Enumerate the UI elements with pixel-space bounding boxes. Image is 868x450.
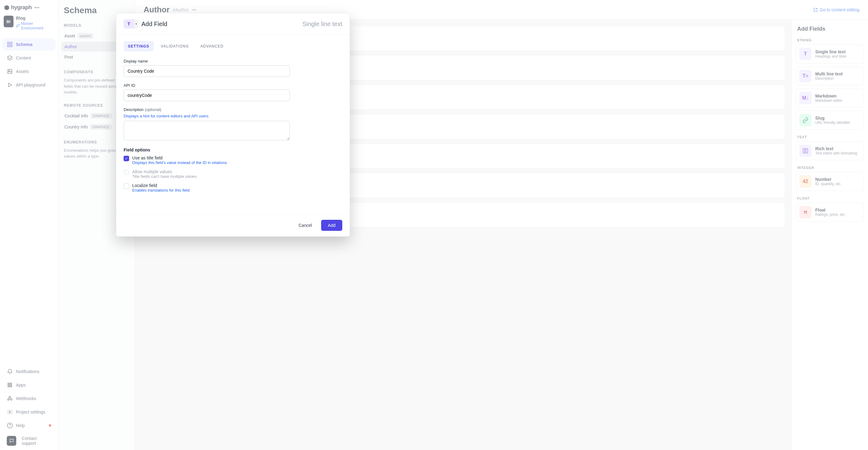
notification-dot-icon [49, 424, 51, 427]
svg-point-5 [9, 384, 10, 385]
nav-label: API playground [16, 83, 45, 87]
nav-item-schema[interactable]: Schema [2, 38, 56, 51]
field-type-number[interactable]: 42Number ID, quantity, etc. [796, 172, 864, 191]
field-type-title: Rich text [815, 146, 857, 151]
field-type-float[interactable]: πFloat Ratings, price, etc. [796, 203, 864, 222]
nav-item-apps[interactable]: Apps [2, 379, 56, 391]
svg-point-13 [9, 411, 11, 413]
list-label: Cocktail Info [64, 114, 88, 118]
checkbox-icon [124, 169, 129, 175]
svg-point-1 [8, 383, 8, 384]
field-type-multi-line-text[interactable]: T≡Multi line text Description [796, 66, 864, 86]
layers-icon [7, 55, 13, 61]
field-type-caption: Ratings, price, etc. [815, 213, 846, 217]
brand-name: hygraph [11, 4, 32, 11]
field-type-dropdown[interactable]: ▾ [134, 19, 138, 29]
svg-point-4 [8, 384, 8, 385]
graphql-badge: GRAPHQL [90, 124, 112, 130]
secondary-nav: NotificationsAppsWebhooksProject setting… [0, 364, 58, 450]
link-icon [799, 114, 812, 126]
modal-header: T ▾ Add Field Single line text [116, 13, 350, 35]
type-icon: 42 [799, 175, 812, 188]
list-label: Country Info [64, 124, 88, 129]
nav-item-api-playground[interactable]: API playground [2, 79, 56, 91]
field-type-single-line-text[interactable]: TSingle line text Headings and titles [796, 44, 864, 63]
system-badge: system [78, 33, 93, 39]
page-menu-icon[interactable]: ••• [192, 7, 196, 12]
svg-point-6 [11, 384, 12, 385]
svg-point-9 [11, 386, 12, 387]
checkbox-icon[interactable] [124, 183, 129, 189]
brand-row[interactable]: hygraph ••• [4, 4, 54, 11]
description-input[interactable] [124, 121, 290, 140]
nav-item-notifications[interactable]: Notifications [2, 365, 56, 378]
svg-point-3 [11, 383, 12, 384]
checkbox-icon[interactable]: ✓ [124, 156, 129, 161]
brand-logo: hygraph [4, 4, 32, 11]
option-label: Localize field [132, 183, 190, 188]
app-root: hygraph ••• Bl Blog Master Environment [0, 0, 868, 450]
group-label: TEXT [796, 135, 864, 139]
nav-item-help[interactable]: Help [2, 419, 56, 431]
play-icon [7, 82, 13, 88]
description-label: Description (optional) [124, 107, 342, 112]
field-type-title: Number [815, 177, 842, 182]
brand-menu-icon[interactable]: ••• [34, 5, 39, 10]
svg-point-11 [11, 399, 12, 400]
add-fields-title: Add Fields [796, 26, 864, 32]
display-name-input[interactable] [124, 65, 290, 77]
option-use-as-title-field[interactable]: ✓ Use as title field Displays this field… [124, 155, 342, 165]
list-label: Post [64, 55, 73, 60]
svg-point-10 [8, 399, 9, 400]
go-to-content-link[interactable]: Go to content editing [813, 7, 860, 12]
modal-footer: Cancel Add [116, 214, 350, 236]
tab-settings[interactable]: SETTINGS [124, 41, 154, 52]
graphql-badge: GRAPHQL [91, 113, 112, 119]
gear-icon [7, 409, 13, 415]
field-type-rich-text[interactable]: Rich text Text editor with formatting [796, 141, 864, 160]
tab-validations[interactable]: VALIDATIONS [157, 41, 193, 52]
field-type-title: Single line text [815, 50, 846, 54]
api-id-label: API ID [124, 83, 342, 88]
field-type-title: Multi line text [815, 71, 842, 76]
nav-label: Webhooks [16, 396, 36, 401]
options-title: Field options [124, 148, 342, 152]
field-type-caption: URL friendly identifier [815, 121, 850, 125]
group-label: STRING [796, 38, 864, 42]
project-name: Blog [16, 15, 54, 21]
option-localize-field[interactable]: Localize field Enables translations for … [124, 183, 342, 193]
nav-item-content[interactable]: Content [2, 52, 56, 64]
field-type-icon: T [124, 19, 134, 29]
grid-icon [7, 41, 13, 47]
option-desc: Displays this field's value instead of t… [132, 160, 227, 165]
nav-label: Contact support [22, 436, 51, 446]
image-icon [7, 68, 13, 74]
list-label: Asset [64, 33, 75, 38]
option-label: Allow multiple values [132, 169, 196, 174]
field-type-title: Float [815, 207, 846, 213]
project-avatar[interactable]: Bl [4, 15, 13, 27]
field-type-markdown[interactable]: M↓Markdown Markdown editor [796, 89, 864, 107]
option-allow-multiple-values: Allow multiple values Title fields can't… [124, 169, 342, 179]
tab-advanced[interactable]: ADVANCED [196, 41, 227, 52]
field-type-slug[interactable]: Slug URL friendly identifier [796, 111, 864, 130]
nav-item-contact-support[interactable]: Contact support [2, 433, 56, 449]
nav-item-assets[interactable]: Assets [2, 65, 56, 77]
left-rail: hygraph ••• Bl Blog Master Environment [0, 0, 58, 450]
add-field-modal: T ▾ Add Field Single line text SETTINGSV… [116, 13, 350, 237]
add-button[interactable]: Add [321, 220, 342, 231]
apps-icon [7, 382, 13, 388]
nav-item-project-settings[interactable]: Project settings [2, 406, 56, 418]
type-icon: T≡ [799, 70, 812, 82]
primary-nav: SchemaContentAssetsAPI playground [0, 37, 58, 92]
display-name-label: Display name [124, 59, 342, 63]
svg-point-0 [8, 70, 9, 71]
cancel-button[interactable]: Cancel [293, 220, 317, 231]
field-type-title: Slug [815, 116, 850, 121]
nav-item-webhooks[interactable]: Webhooks [2, 392, 56, 405]
field-type-caption: Headings and titles [815, 54, 846, 59]
type-icon: π [799, 206, 812, 218]
api-id-input[interactable] [124, 90, 290, 101]
project-env[interactable]: Master Environment [16, 21, 54, 30]
type-icon: M↓ [799, 92, 812, 104]
